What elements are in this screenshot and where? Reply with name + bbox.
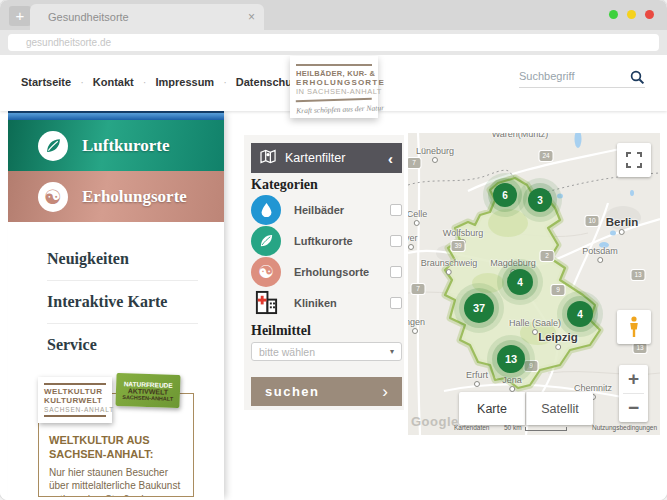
yin-yang-icon: ☯ <box>38 182 68 212</box>
road-shield: 7 <box>408 158 421 168</box>
chevron-right-icon: › <box>382 383 388 400</box>
map-filter-icon <box>260 149 277 168</box>
sidebar-item-neuigkeiten[interactable]: Neuigkeiten <box>8 238 224 280</box>
category-row-luftkurorte: Luftkurorte <box>251 225 402 256</box>
checkbox-erholungsorte[interactable] <box>390 266 402 278</box>
kartendaten-label: Kartendaten <box>454 424 489 431</box>
suchen-button[interactable]: suchen › <box>251 377 402 406</box>
city-label: Jena <box>502 375 522 392</box>
road-shield: 7 <box>412 284 425 294</box>
city-label: ver <box>408 233 418 250</box>
leaf-icon <box>38 131 68 161</box>
cluster-marker[interactable]: 37 <box>464 293 494 323</box>
city-label: Lüneburg <box>416 146 454 163</box>
sidebar-item-erholungsorte[interactable]: ☯ Erholungsorte <box>8 171 224 222</box>
nav-startseite[interactable]: Startseite <box>21 76 71 88</box>
sidebar-item-service[interactable]: Service <box>8 324 224 366</box>
kategorien-heading: Kategorien <box>251 177 318 193</box>
kartenfilter-title: Kartenfilter <box>285 151 380 165</box>
nav-kontakt[interactable]: Kontakt <box>93 76 134 88</box>
category-row-heilbaeder: Heilbäder <box>251 194 402 225</box>
tab-title: Gesundheitsorte <box>48 11 129 23</box>
window-minimize-light[interactable] <box>609 10 618 19</box>
sidebar-item-interaktive-karte[interactable]: Interaktive Karte <box>8 281 224 323</box>
sidebar-item-luftkurorte[interactable]: Luftkurorte <box>8 120 224 171</box>
map-attribution: Kartendaten 50 km Nutzungsbedingungen <box>408 424 660 433</box>
sidebar: Luftkurorte ☯ Erholungsorte Neuigkeiten … <box>8 111 224 500</box>
hospital-icon <box>251 288 281 318</box>
search-input[interactable] <box>519 66 645 88</box>
category-row-erholungsorte: ☯ Erholungsorte <box>251 256 402 287</box>
sidebar-item-label: Erholungsorte <box>82 187 187 207</box>
cluster-marker[interactable]: 4 <box>567 301 593 327</box>
nav-separator: · <box>143 76 147 88</box>
badge-line: SACHSEN-ANHALT <box>44 406 106 413</box>
city-label: Celle <box>408 209 427 226</box>
city-label: Erfurt <box>466 370 488 387</box>
sidebar-item-heilbaeder-strip[interactable] <box>8 111 224 120</box>
caret-down-icon: ▾ <box>390 347 394 356</box>
leaf-icon <box>251 226 281 256</box>
cluster-marker[interactable]: 4 <box>507 269 533 295</box>
teaser-body: Nur hier staunen Besucher über mittelalt… <box>49 466 183 498</box>
window-maximize-light[interactable] <box>627 10 636 19</box>
city-label: ngen <box>408 317 425 334</box>
category-row-kliniken: Kliniken <box>251 287 402 318</box>
window-controls <box>609 10 654 19</box>
checkbox-kliniken[interactable] <box>390 297 402 309</box>
city-label: Berlin <box>606 216 639 235</box>
cluster-marker[interactable]: 6 <box>493 183 517 207</box>
collapse-chevron-icon[interactable]: ‹ <box>388 151 393 166</box>
nav-impressum[interactable]: Impressum <box>155 76 214 88</box>
map-canvas[interactable]: Waren(Müritz) Lüneburg Celle ver Wolfsbu… <box>408 133 660 435</box>
road-shield: 24 <box>540 151 553 161</box>
badge-line: SACHSEN-ANHALT <box>119 394 177 402</box>
badge-naturfreude: NATURFREUDE AKTIVWELT SACHSEN-ANHALT <box>115 373 180 408</box>
badge-rule <box>44 415 106 417</box>
cluster-marker[interactable]: 3 <box>528 188 552 212</box>
badge-line: KULTURWELT <box>44 396 106 405</box>
zoom-out-button[interactable]: − <box>619 394 648 422</box>
tab-close-icon[interactable]: × <box>248 10 255 24</box>
fullscreen-button[interactable] <box>617 143 651 177</box>
cluster-marker[interactable]: 13 <box>497 345 525 373</box>
pegman-icon[interactable] <box>617 310 651 344</box>
road-shield: 39 <box>452 241 465 251</box>
heilmittel-heading: Heilmittel <box>251 323 311 339</box>
sidebar-menu: Neuigkeiten Interaktive Karte Service <box>8 222 224 366</box>
logo-line3: IN SACHSEN-ANHALT <box>296 87 372 96</box>
checkbox-heilbaeder[interactable] <box>390 204 402 216</box>
search-icon[interactable] <box>630 70 645 89</box>
nutzungsbedingungen-link[interactable]: Nutzungsbedingungen <box>592 424 657 431</box>
map-type-karte-button[interactable]: Karte <box>459 392 525 425</box>
city-label: Braunschweig <box>421 258 478 275</box>
kartenfilter-header[interactable]: Kartenfilter ‹ <box>251 143 402 173</box>
page: Startseite · Kontakt · Impressum · Daten… <box>0 55 667 500</box>
badge-rule <box>44 383 106 385</box>
site-logo[interactable]: HEILBÄDER, KUR- & ERHOLUNGSORTE IN SACHS… <box>290 56 378 118</box>
browser-tab[interactable]: Gesundheitsorte × <box>30 4 264 30</box>
category-label: Erholungsorte <box>294 266 390 278</box>
road-shield: 9 <box>525 361 538 371</box>
new-tab-button[interactable]: + <box>9 6 31 26</box>
nav-separator: · <box>80 76 84 88</box>
water-drop-icon <box>251 195 281 225</box>
main-nav: Startseite · Kontakt · Impressum · Daten… <box>21 76 301 88</box>
zoom-control: + − <box>619 365 648 422</box>
road-shield: 10 <box>586 216 599 226</box>
window-close-light[interactable] <box>645 10 654 19</box>
map-scale: 50 km <box>504 424 567 431</box>
checkbox-luftkurorte[interactable] <box>390 235 402 247</box>
road-shield: 2 <box>541 251 554 261</box>
heilmittel-select[interactable]: bitte wählen ▾ <box>251 342 402 361</box>
badge-line: WELTKULTUR <box>44 387 106 396</box>
zoom-in-button[interactable]: + <box>619 365 648 393</box>
url-field[interactable]: gesundheitsorte.de <box>8 34 659 51</box>
city-label: Potsdam <box>582 246 618 263</box>
map-type-satellit-button[interactable]: Satellit <box>526 392 593 425</box>
select-placeholder: bitte wählen <box>259 346 390 358</box>
scale-bar <box>525 427 567 431</box>
logo-tagline: Kraft schöpfen aus der Natur <box>296 98 372 116</box>
browser-window: + Gesundheitsorte × gesundheitsorte.de S… <box>0 0 667 500</box>
teaser-heading: WELTKULTUR AUS SACHSEN-ANHALT: <box>49 434 169 462</box>
